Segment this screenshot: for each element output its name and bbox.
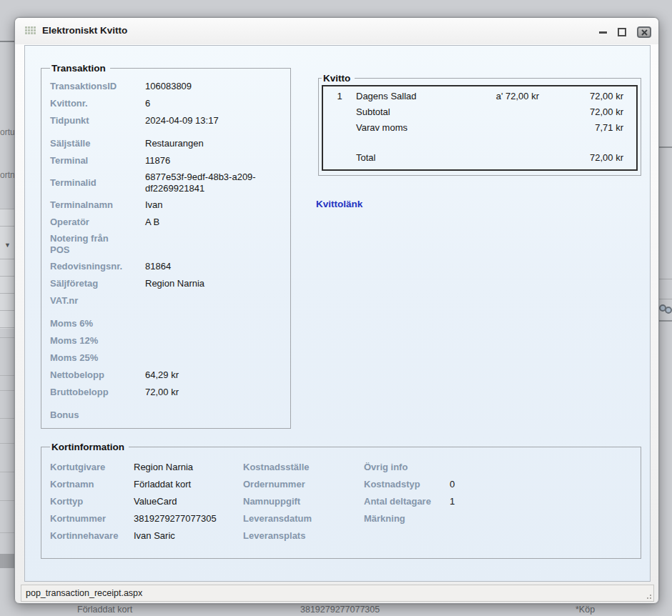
bg-row-divider [0,337,15,338]
transaction-legend: Transaktion [50,63,110,74]
field-label: Kortnummer [50,513,134,524]
bg-row-divider [0,472,15,472]
field-row: Nettobelopp64,29 kr [50,367,287,384]
receipt-dialog: Elektroniskt Kvitto Transaktion Transakt… [14,17,659,604]
field-row: Moms 6% [50,315,287,332]
field-label: Bonus [50,409,130,421]
field-value: A B [145,217,285,228]
receipt-link[interactable]: Kvittolänk [316,199,362,209]
bg-card-number: 3819279277077305 [300,605,380,615]
status-bar-text: pop_transaction_receipt.aspx [26,588,142,598]
field-row: OperatörA B [50,214,287,231]
field-row: Moms 25% [50,349,287,367]
resize-grip-icon[interactable] [645,592,652,600]
field-label: Övrig info [364,462,450,472]
bg-selected-row [0,554,15,568]
bg-row-divider [0,532,15,533]
card-row: Kortinnehavare Ivan Saric Leveransplats [50,527,638,544]
maximize-button[interactable] [618,28,626,36]
bg-label-fragment: ortu [0,127,15,137]
field-row: Terminalid6877e53f-9edf-48b3-a209-df2269… [50,169,287,197]
field-label: Antal deltagare [364,496,450,507]
bg-row-divider [0,375,15,376]
field-label: Korttyp [50,496,134,507]
line-amount: 72,00 kr [539,104,623,120]
chevron-down-icon: ▼ [4,242,11,249]
field-label: Kostnadsställe [243,462,364,472]
field-value: 6 [145,98,285,109]
line-unit-price: a' 72,00 kr [453,89,539,104]
field-label: VAT.nr [50,295,130,307]
receipt-line: Varav moms 7,71 kr [329,120,623,136]
bg-label-fragment: ortn [0,170,15,180]
receipt-section: Kvitto 1 Dagens Sallad a' 72,00 kr 72,00… [318,73,641,176]
card-info-section: Kortinformation Kortutgivare Region Narn… [41,442,641,559]
total-label: Total [356,150,453,166]
field-value: 81864 [145,261,285,272]
field-label: Terminal [50,155,130,167]
bg-row-divider [658,146,672,148]
field-value: 3819279277077305 [134,513,243,524]
total-amount: 72,00 kr [539,150,623,166]
field-value: 11876 [145,155,285,167]
field-value: 72,00 kr [145,387,285,398]
field-value: 64,29 kr [145,369,285,381]
dialog-title: Elektroniskt Kvitto [42,25,127,36]
receipt-line: 1 Dagens Sallad a' 72,00 kr 72,00 kr [329,89,623,104]
field-label: Leveransdatum [243,513,364,524]
field-row: Bruttobelopp72,00 kr [50,384,287,401]
bg-row-divider [0,390,15,391]
field-row: Tidpunkt2024-04-09 13:17 [50,112,287,129]
line-amount: 7,71 kr [539,120,623,136]
field-row: TransaktionsID106083809 [50,78,287,95]
bg-row-divider [0,418,15,419]
field-label: Bruttobelopp [50,387,130,398]
field-value: 6877e53f-9edf-48b3-a209-df2269921841 [145,172,285,194]
field-value: Restaurangen [145,138,285,149]
field-label: Märkning [364,513,450,524]
field-value: 0 [450,479,638,490]
field-label: TransaktionsID [50,81,130,92]
bg-row-divider [658,299,672,299]
field-label: Nettobelopp [50,369,130,381]
field-value: Ivan Saric [134,530,243,541]
line-name: Dagens Sallad [356,89,453,104]
line-name: Varav moms [356,120,453,136]
dialog-titlebar[interactable]: Elektroniskt Kvitto [15,18,658,44]
field-label: Moms 12% [50,335,130,347]
bg-row-divider [658,279,672,279]
minimize-button[interactable] [599,27,607,37]
field-label: Ordernummer [243,479,364,490]
field-value: Region Narnia [145,278,285,289]
field-label: Kortnamn [50,479,134,490]
bg-border-line [0,41,15,42]
status-bar: pop_transaction_receipt.aspx [21,585,654,602]
field-row: Kvittonr.6 [50,95,287,112]
field-value: Förladdat kort [134,479,243,490]
field-label: Kostnadstyp [364,479,450,490]
field-label: Tidpunkt [50,115,130,126]
dialog-content: Transaktion TransaktionsID106083809 Kvit… [24,45,651,582]
field-row: TerminalnamnIvan [50,197,287,214]
line-qty: 1 [329,89,350,104]
close-button[interactable] [637,26,651,38]
field-label: Redovisningsnr. [50,261,130,272]
bg-card-name: Förladdat kort [77,605,132,615]
grip-icon[interactable] [25,26,37,36]
bg-row-divider [0,327,15,328]
field-label: Notering från POS [50,233,130,256]
field-label: Säljställe [50,138,130,149]
field-value: 106083809 [145,81,285,92]
field-label: Operatör [50,217,130,228]
bg-row-divider [0,209,15,209]
receipt-box: 1 Dagens Sallad a' 72,00 kr 72,00 kr Sub… [322,85,638,171]
field-label: Moms 6% [50,318,130,329]
card-info-legend: Kortinformation [50,442,129,452]
field-row: Moms 12% [50,332,287,349]
field-label: Kvittonr. [50,98,130,109]
field-label: Leveransplats [243,530,364,541]
field-label: Terminalnamn [50,199,130,211]
field-row: VAT.nr [50,292,287,309]
field-value: Region Narnia [134,462,243,472]
receipt-total-line: Total 72,00 kr [329,150,623,166]
